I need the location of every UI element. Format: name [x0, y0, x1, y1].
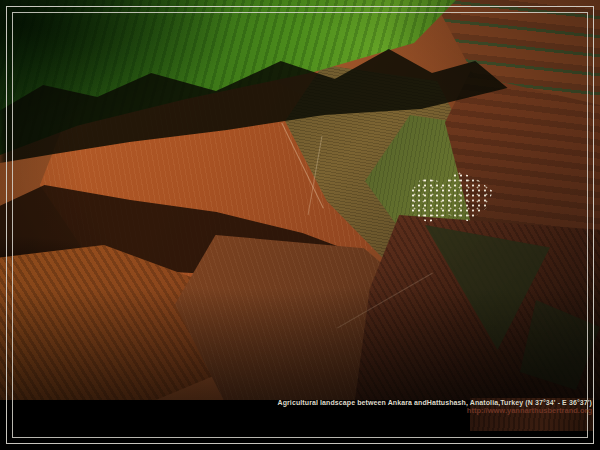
aerial-photo	[0, 0, 600, 400]
caption-url: http://www.yannarthusbertrand.org	[278, 407, 592, 415]
wallpaper: Agricultural landscape between Ankara an…	[0, 0, 600, 450]
photo-caption: Agricultural landscape between Ankara an…	[278, 399, 592, 415]
vignette-overlay	[0, 0, 600, 400]
caption-title: Agricultural landscape between Ankara an…	[278, 399, 592, 406]
